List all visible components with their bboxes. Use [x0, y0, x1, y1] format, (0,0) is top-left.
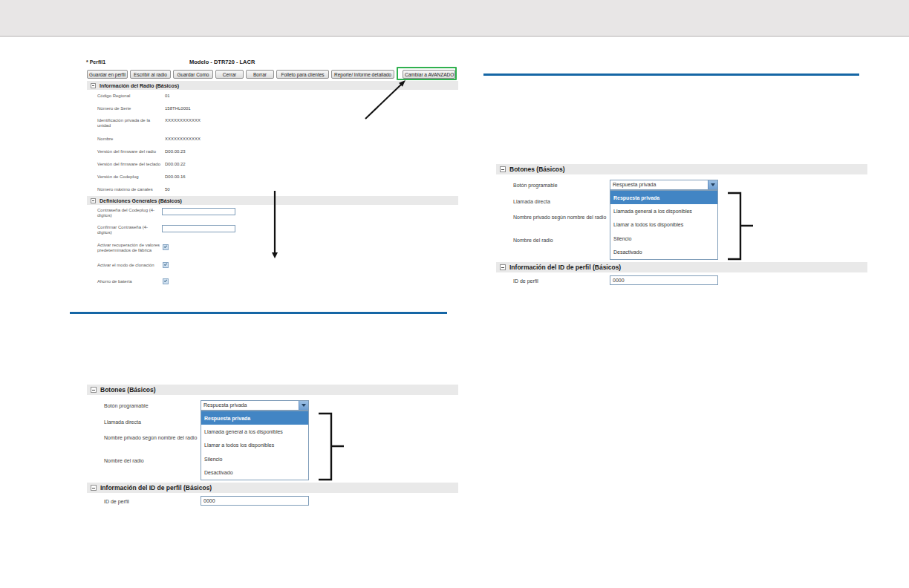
checkbox-row: Activar recuperación de valores predeter…	[97, 243, 335, 253]
bracket-annotation	[317, 411, 347, 509]
field-label-id-de-perfil: ID de perfil	[513, 278, 538, 285]
bracket-annotation	[726, 191, 756, 289]
programmable-button-dropdown[interactable]: Respuesta privada	[201, 400, 309, 411]
section-title: Botones (Básicos)	[100, 386, 156, 393]
row-label: Código Regional	[97, 94, 165, 99]
row-label: Confirmar Contraseña (4-dígitos)	[97, 225, 161, 235]
row-label: Versión del firmware del teclado	[97, 162, 165, 167]
info-row: Número de Serie 158THL0001	[97, 106, 335, 111]
row-value: XXXXXXXXXXXX	[165, 137, 201, 141]
top-gray-band	[0, 0, 909, 37]
profile-name-label: * Perfil1	[86, 59, 105, 65]
dropdown-option-list: Respuesta privada Llamada general a los …	[201, 411, 309, 480]
row-label: Versión de Codeplug	[97, 174, 165, 180]
collapse-minus-icon[interactable]	[91, 198, 96, 203]
row-label: Número máximo de canales	[97, 187, 165, 192]
section-header-id-perfil: Información del ID de perfil (Básicos)	[496, 262, 867, 272]
dropdown-button[interactable]	[708, 180, 717, 189]
button-escribir-al-radio[interactable]: Escribir al radio	[130, 70, 171, 79]
info-row: Identificación privada de la unidad XXXX…	[97, 118, 335, 128]
row-value: D00.00.23	[165, 149, 186, 154]
row-label: Identificación privada de la unidad	[97, 118, 163, 128]
row-value: 158THL0001	[165, 106, 191, 111]
row-value: XXXXXXXXXXXX	[165, 118, 201, 122]
checkbox-row: Activar el modo de clonación	[97, 263, 335, 268]
button-reporte-informe-detallado[interactable]: Reporte/ Informe detallado	[331, 70, 394, 79]
dropdown-option[interactable]: Llamar a todos los disponibles	[201, 439, 308, 452]
collapse-minus-icon[interactable]	[91, 387, 97, 393]
button-guardar-como[interactable]: Guardar Como	[173, 70, 213, 79]
row-value: 50	[165, 187, 170, 192]
divider-blue-line-right	[483, 74, 859, 76]
field-label-boton-programable: Botón programable	[104, 403, 149, 410]
checkbox-factory-defaults[interactable]	[163, 244, 169, 250]
collapse-minus-icon[interactable]	[91, 485, 97, 491]
dropdown-option[interactable]: Silencio	[201, 452, 308, 466]
row-value: D00.00.16	[165, 174, 186, 179]
profile-id-input[interactable]	[610, 275, 718, 285]
field-label-nombre-privado: Nombre privado según nombre del radio	[513, 215, 611, 221]
section-title: Información del Radio (Básicos)	[100, 83, 179, 88]
checkbox-battery-save[interactable]	[163, 278, 169, 284]
info-row: Versión del firmware del teclado D00.00.…	[97, 162, 335, 167]
row-label: Nombre	[97, 137, 165, 142]
button-cerrar[interactable]: Cerrar	[215, 70, 244, 79]
row-value: D00.00.22	[165, 162, 186, 166]
dropdown-option[interactable]: Llamada general a los disponibles	[201, 425, 308, 438]
section-header-radio-info: Información del Radio (Básicos)	[87, 81, 458, 90]
dropdown-option[interactable]: Desactivado	[201, 466, 308, 480]
profile-id-input[interactable]	[201, 496, 309, 506]
section-title: Definiciones Generales (Básicos)	[100, 198, 182, 203]
row-label: Activar el modo de clonación	[97, 263, 165, 268]
field-label-boton-programable: Botón programable	[513, 183, 558, 189]
field-label-llamada-directa: Llamada directa	[513, 199, 550, 206]
field-label-nombre-del-radio: Nombre del radio	[104, 458, 144, 465]
row-label: Activar recuperación de valores predeter…	[97, 243, 168, 253]
button-folleto-para-clientes[interactable]: Folleto para clientes	[276, 70, 329, 79]
checked-icon	[164, 245, 167, 248]
section-header-botones: Botones (Básicos)	[87, 385, 458, 395]
dropdown-option-selected[interactable]: Respuesta privada	[201, 411, 308, 425]
codeplug-password-input[interactable]	[162, 208, 235, 215]
row-label: Versión del firmware del radio	[97, 149, 165, 154]
row-value: 01	[165, 94, 170, 98]
field-label-nombre-privado: Nombre privado según nombre del radio	[104, 435, 202, 442]
collapse-minus-icon[interactable]	[91, 83, 96, 88]
buttons-panel-right: Botones (Básicos) Botón programable Llam…	[496, 164, 867, 292]
row-label: Ahorro de batería	[97, 279, 165, 284]
dropdown-option[interactable]: Llamada general a los disponibles	[610, 204, 717, 218]
section-title: Botones (Básicos)	[509, 166, 565, 173]
checkbox-clone-mode[interactable]	[163, 262, 169, 268]
button-borrar[interactable]: Borrar	[246, 70, 274, 79]
section-title: Información del ID de perfil (Básicos)	[100, 484, 212, 491]
info-row: Nombre XXXXXXXXXXXX	[97, 137, 335, 142]
info-row: Número máximo de canales 50	[97, 187, 335, 192]
dropdown-option-list: Respuesta privada Llamada general a los …	[610, 190, 718, 260]
field-label-id-de-perfil: ID de perfil	[104, 499, 129, 506]
dropdown-button[interactable]	[299, 401, 308, 410]
dropdown-arrow-icon	[711, 183, 715, 186]
programmable-button-dropdown[interactable]: Respuesta privada	[610, 180, 718, 190]
info-row: Versión del firmware del radio D00.00.23	[97, 149, 335, 154]
button-guardar-en-perfil[interactable]: Guardar en perfil	[87, 70, 128, 79]
buttons-panel-bottom-left: Botones (Básicos) Botón programable Llam…	[87, 385, 458, 512]
manual-page: * Perfil1 Modelo - DTR720 - LACR Guardar…	[0, 0, 909, 588]
highlight-box-avanzado	[397, 67, 457, 80]
row-label: Contraseña del Codeplug (4-dígitos)	[97, 208, 161, 218]
dropdown-option[interactable]: Silencio	[610, 232, 717, 245]
info-row: Versión de Codeplug D00.00.16	[97, 174, 335, 180]
collapse-minus-icon[interactable]	[500, 166, 506, 172]
dropdown-option[interactable]: Llamar a todos los disponibles	[610, 218, 717, 232]
dropdown-option-selected[interactable]: Respuesta privada	[610, 191, 717, 204]
collapse-minus-icon[interactable]	[500, 264, 506, 270]
model-label: Modelo - DTR720 - LACR	[189, 59, 255, 65]
info-row: Código Regional 01	[97, 94, 335, 99]
confirm-password-input[interactable]	[162, 225, 235, 232]
section-title: Información del ID de perfil (Básicos)	[509, 264, 621, 271]
checked-icon	[164, 279, 167, 282]
section-header-definiciones: Definiciones Generales (Básicos)	[87, 196, 458, 205]
checkbox-row: Ahorro de batería	[97, 279, 335, 284]
dropdown-option[interactable]: Desactivado	[610, 246, 717, 259]
row-label: Número de Serie	[97, 106, 165, 111]
field-label-llamada-directa: Llamada directa	[104, 419, 141, 426]
